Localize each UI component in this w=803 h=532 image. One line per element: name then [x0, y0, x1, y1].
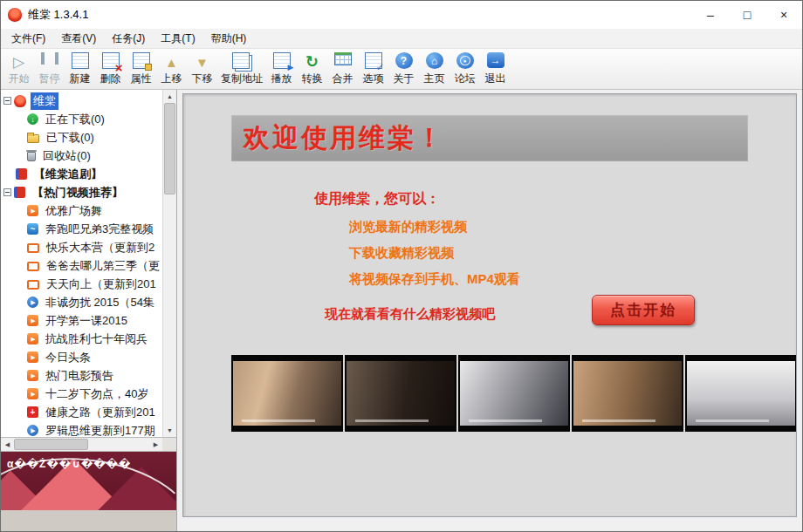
video-thumbnail[interactable]	[458, 355, 570, 432]
tree-horizontal-scrollbar[interactable]	[1, 438, 176, 452]
toolbar-pause-button[interactable]: 暂停	[34, 51, 65, 87]
toolbar-button-label: 上移	[161, 72, 182, 86]
tree-item-label: 回收站(0)	[40, 147, 93, 165]
tree-item-item1[interactable]: 优雅广场舞	[1, 201, 162, 220]
tree-item-drama[interactable]: 【维棠追剧】	[1, 165, 162, 183]
toolbar-exit-button[interactable]: 退出	[480, 51, 511, 87]
toolbar-button-label: 暂停	[39, 72, 60, 86]
close-button[interactable]: ×	[765, 1, 802, 29]
welcome-title: 欢迎使用维棠！	[244, 120, 445, 156]
toolbar-options-button[interactable]: 选项	[358, 51, 388, 87]
tree-item-label: 抗战胜利七十年阅兵	[43, 331, 150, 348]
tv-icon	[27, 280, 39, 290]
toolbar-delete-button[interactable]: 删除	[95, 51, 126, 87]
window-controls: – □ ×	[692, 1, 802, 29]
toolbar-button-label: 选项	[363, 72, 384, 86]
tree-item-item2[interactable]: 奔跑吧兄弟3完整视频	[1, 220, 162, 238]
main-content: 欢迎使用维棠！ 使用维棠，您可以： 浏览最新的精彩视频 下载收藏精彩视频 将视频…	[182, 93, 797, 517]
menu-item-tools[interactable]: 工具(T)	[153, 29, 202, 49]
toolbar-start-button[interactable]: 开始	[3, 51, 34, 87]
app-logo-icon	[8, 8, 22, 22]
scroll-right-button[interactable]	[149, 438, 162, 451]
toolbar-move-up-button[interactable]: 上移	[156, 51, 187, 87]
tree-item-item11[interactable]: 十二岁下勿点，40岁	[1, 385, 162, 403]
toolbar-button-label: 属性	[131, 72, 152, 86]
tree-expander-icon[interactable]	[3, 97, 11, 105]
video-thumbnail[interactable]	[231, 355, 343, 432]
menu-item-view[interactable]: 查看(V)	[53, 29, 104, 49]
toolbar-properties-button[interactable]: 属性	[126, 51, 156, 87]
app-window: 维棠 1.3.4.1 – □ × 文件(F)查看(V)任务(J)工具(T)帮助(…	[0, 0, 803, 532]
toolbar-convert-button[interactable]: 转换	[297, 51, 327, 87]
toolbar-button-label: 合并	[333, 72, 353, 86]
video-arrow-icon	[27, 333, 38, 344]
toolbar-move-down-button[interactable]: 下移	[187, 51, 217, 87]
tree-item-item9[interactable]: 今日头条	[1, 348, 162, 366]
video-arrow-icon	[27, 205, 38, 216]
toolbar-button-label: 复制地址	[221, 72, 263, 86]
video-thumbnail[interactable]	[572, 355, 683, 432]
tree-item-item10[interactable]: 热门电影预告	[1, 366, 162, 385]
tree-item-downloading[interactable]: 正在下载(0)	[1, 110, 162, 128]
title-bar[interactable]: 维棠 1.3.4.1 – □ ×	[1, 1, 802, 29]
menu-item-file[interactable]: 文件(F)	[3, 29, 53, 49]
tree-item-item8[interactable]: 抗战胜利七十年阅兵	[1, 330, 162, 348]
toolbar-button-label: 论坛	[455, 72, 476, 86]
scrollbar-thumb[interactable]	[164, 103, 175, 194]
new-task-icon	[72, 52, 89, 69]
health-icon	[27, 406, 38, 418]
toolbar-home-button[interactable]: 主页	[419, 51, 450, 87]
minimize-button[interactable]: –	[692, 1, 729, 29]
tree-item-item6[interactable]: 非诚勿扰 2015（54集	[1, 293, 162, 311]
scroll-left-button[interactable]	[1, 438, 14, 451]
toolbar-copy-url-button[interactable]: 复制地址	[217, 51, 266, 87]
thumbnail-image	[460, 361, 568, 426]
sidebar: 维棠正在下载(0)已下载(0)回收站(0)【维棠追剧】【热门视频推荐】优雅广场舞…	[1, 90, 177, 531]
scrollbar-track[interactable]	[163, 103, 176, 424]
tree-item-label: 天天向上（更新到201	[44, 276, 159, 293]
video-thumbnail[interactable]	[685, 355, 797, 432]
toolbar-button-label: 关于	[394, 72, 415, 86]
options-icon	[365, 52, 382, 69]
tree-item-item12[interactable]: 健康之路（更新到201	[1, 403, 162, 421]
toolbar-merge-button[interactable]: 合并	[327, 51, 358, 87]
scrollbar-track[interactable]	[14, 438, 149, 451]
tree-item-item3[interactable]: 快乐大本营（更新到2	[1, 238, 162, 256]
toolbar-play-button[interactable]: 播放	[266, 51, 297, 87]
ad-banner[interactable]: α��Ż��∪����	[1, 452, 176, 510]
play-file-icon	[273, 52, 291, 69]
tree-item-item13[interactable]: 罗辑思维更新到177期	[1, 421, 162, 437]
window-body: 维棠正在下载(0)已下载(0)回收站(0)【维棠追剧】【热门视频推荐】优雅广场舞…	[1, 90, 802, 531]
start-button[interactable]: 点击开始	[592, 295, 695, 325]
toolbar-new-button[interactable]: 新建	[65, 51, 95, 87]
menu-item-task[interactable]: 任务(J)	[104, 29, 153, 49]
menu-item-help[interactable]: 帮助(H)	[203, 29, 255, 49]
feature-item: 浏览最新的精彩视频	[349, 219, 520, 235]
toolbar-forum-button[interactable]: 论坛	[450, 51, 480, 87]
scroll-up-button[interactable]	[163, 90, 176, 103]
category-tree[interactable]: 维棠正在下载(0)已下载(0)回收站(0)【维棠追剧】【热门视频推荐】优雅广场舞…	[1, 90, 162, 437]
thumbnail-image	[233, 361, 341, 426]
thumbnail-image	[347, 361, 455, 426]
tree-item-label: 优雅广场舞	[43, 202, 105, 220]
tree-expander-icon[interactable]	[3, 188, 11, 196]
feature-list: 浏览最新的精彩视频 下载收藏精彩视频 将视频保存到手机、MP4观看	[349, 219, 520, 297]
maximize-button[interactable]: □	[729, 1, 765, 29]
copy-url-icon	[232, 52, 250, 69]
tree-item-root[interactable]: 维棠	[1, 92, 162, 110]
tree-item-downloaded[interactable]: 已下载(0)	[1, 128, 162, 147]
tree-item-item5[interactable]: 天天向上（更新到201	[1, 275, 162, 293]
scrollbar-thumb[interactable]	[14, 439, 88, 450]
tree-item-item4[interactable]: 爸爸去哪儿第三季（更	[1, 256, 162, 275]
toolbar-button-label: 播放	[271, 72, 292, 86]
toolbar-about-button[interactable]: 关于	[388, 51, 419, 87]
video-thumbnail[interactable]	[345, 355, 456, 432]
tree-item-label: 十二岁下勿点，40岁	[43, 385, 151, 403]
tree-item-hot[interactable]: 【热门视频推荐】	[1, 183, 162, 201]
weitang-logo-icon	[14, 95, 26, 107]
downloading-icon	[27, 113, 38, 125]
tree-vertical-scrollbar[interactable]	[162, 90, 176, 437]
tree-item-recycle[interactable]: 回收站(0)	[1, 147, 162, 165]
tree-item-item7[interactable]: 开学第一课2015	[1, 311, 162, 330]
scroll-down-button[interactable]	[163, 424, 176, 437]
